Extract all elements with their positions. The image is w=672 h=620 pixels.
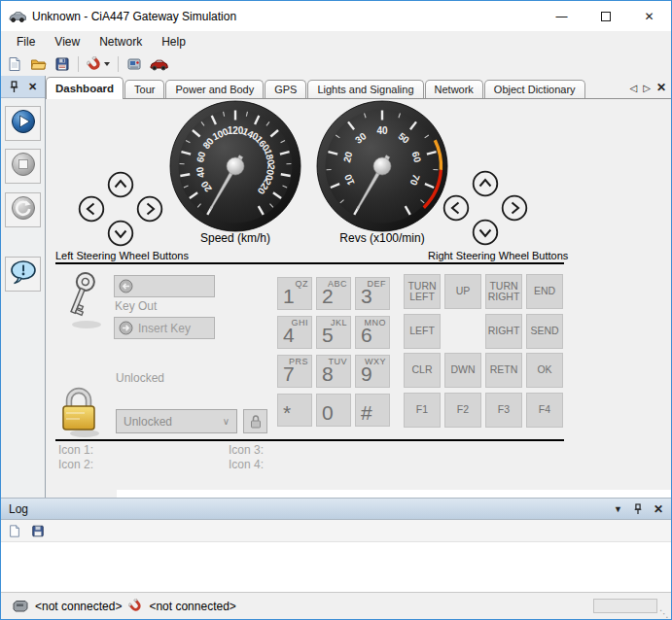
func-key-dwn[interactable]: DWN bbox=[444, 353, 481, 388]
chevron-right-icon bbox=[136, 195, 163, 223]
lock-toggle-button[interactable] bbox=[243, 409, 267, 433]
keypad-key-7-letters: PRS bbox=[289, 357, 308, 366]
tab-network[interactable]: Network bbox=[425, 80, 483, 98]
reset-simulation-button[interactable] bbox=[5, 192, 41, 227]
func-key-right[interactable]: RIGHT bbox=[485, 314, 522, 349]
lock-state-select[interactable]: Unlocked ∨ bbox=[116, 409, 237, 433]
tab-scroll-right-icon[interactable]: ▷ bbox=[643, 83, 651, 93]
tab-gps[interactable]: GPS bbox=[265, 80, 306, 98]
resize-grip[interactable]: ⋱ bbox=[659, 608, 669, 619]
tab-object-dictionary[interactable]: Object Dictionary bbox=[484, 80, 585, 98]
padlock-icon bbox=[57, 383, 104, 439]
left-wheel-up-button[interactable] bbox=[107, 171, 134, 198]
toolbar-separator bbox=[78, 56, 79, 72]
menu-network[interactable]: Network bbox=[89, 32, 152, 52]
keypad-key-8[interactable]: 8TUV bbox=[316, 355, 351, 388]
chevron-left-icon bbox=[78, 195, 105, 223]
new-file-button[interactable] bbox=[4, 54, 25, 74]
play-icon bbox=[11, 109, 36, 138]
left-wheel-down-button[interactable] bbox=[107, 220, 134, 247]
menu-help[interactable]: Help bbox=[152, 32, 195, 52]
keypad-key-9[interactable]: 9WXY bbox=[355, 355, 390, 388]
keypad-key-hash[interactable]: # bbox=[355, 394, 390, 427]
connect-button[interactable] bbox=[84, 54, 113, 74]
key-out-label: Key Out bbox=[115, 299, 157, 313]
car-button[interactable] bbox=[147, 54, 171, 74]
func-key-left[interactable]: LEFT bbox=[404, 314, 441, 349]
reset-icon bbox=[11, 195, 36, 224]
keypad-key-5[interactable]: 5JKL bbox=[316, 316, 351, 349]
maximize-button[interactable] bbox=[584, 1, 627, 31]
keypad-key-4-letters: GHI bbox=[291, 318, 308, 327]
right-wheel-right-button[interactable] bbox=[501, 194, 528, 222]
save-file-button[interactable] bbox=[52, 54, 73, 74]
tab-lights-and-signaling[interactable]: Lights and Signaling bbox=[307, 80, 423, 98]
keypad-key-7[interactable]: 7PRS bbox=[277, 355, 312, 388]
func-key-up[interactable]: UP bbox=[444, 274, 481, 309]
log-save-button[interactable] bbox=[28, 521, 48, 540]
keypad-key-3[interactable]: 3DEF bbox=[355, 277, 390, 310]
func-key-turn-left[interactable]: TURN LEFT bbox=[404, 274, 441, 309]
close-button[interactable]: ✕ bbox=[627, 1, 671, 31]
func-key-f2[interactable]: F2 bbox=[444, 393, 481, 428]
keypad-key-4[interactable]: 4GHI bbox=[277, 316, 312, 349]
key-out-button[interactable] bbox=[114, 275, 215, 297]
stop-simulation-button[interactable] bbox=[5, 149, 41, 184]
tab-bar: DashboardTourPower and BodyGPSLights and… bbox=[46, 76, 671, 99]
keypad-key-0[interactable]: 0 bbox=[316, 394, 351, 427]
keypad-key-star-digit: * bbox=[283, 400, 291, 426]
func-key-f1[interactable]: F1 bbox=[404, 393, 441, 428]
icon4-label: Icon 4: bbox=[229, 458, 264, 471]
tab-close-icon[interactable]: ✕ bbox=[656, 82, 666, 93]
keypad-key-0-digit: 0 bbox=[322, 400, 334, 426]
insert-key-button[interactable]: Insert Key bbox=[114, 317, 215, 339]
tab-dashboard[interactable]: Dashboard bbox=[46, 77, 124, 99]
func-key-ok[interactable]: OK bbox=[526, 353, 563, 388]
func-key-send[interactable]: SEND bbox=[526, 314, 563, 349]
keypad-key-8-letters: TUV bbox=[329, 357, 348, 366]
right-wheel-down-button[interactable] bbox=[472, 219, 499, 246]
icon2-label: Icon 2: bbox=[58, 458, 93, 471]
tab-power-and-body[interactable]: Power and Body bbox=[165, 80, 264, 98]
left-wheel-right-button[interactable] bbox=[136, 195, 163, 223]
func-key-retn[interactable]: RETN bbox=[485, 353, 522, 388]
log-clear-button[interactable] bbox=[5, 521, 24, 540]
svg-text:40: 40 bbox=[376, 125, 388, 136]
menu-file[interactable]: File bbox=[7, 32, 45, 52]
tab-scroll-left-icon[interactable]: ◁ bbox=[630, 83, 638, 93]
keypad-key-star[interactable]: * bbox=[277, 394, 312, 427]
panel-edge bbox=[117, 490, 671, 498]
minimize-button[interactable]: — bbox=[540, 1, 584, 31]
open-file-button[interactable] bbox=[27, 54, 50, 74]
log-pin-icon[interactable] bbox=[633, 503, 643, 515]
keypad-key-2[interactable]: 2ABC bbox=[316, 277, 351, 310]
lock-select-value: Unlocked bbox=[124, 415, 172, 429]
func-key-clr[interactable]: CLR bbox=[404, 353, 441, 388]
start-simulation-button[interactable] bbox=[5, 106, 41, 141]
log-close-icon[interactable]: ✕ bbox=[654, 502, 663, 516]
func-key-turn-right[interactable]: TURN RIGHT bbox=[485, 274, 522, 309]
main-toolbar bbox=[1, 52, 671, 76]
chevron-up-icon bbox=[107, 171, 134, 198]
pin-icon[interactable] bbox=[9, 81, 19, 93]
func-key-f3[interactable]: F3 bbox=[485, 393, 522, 428]
right-wheel-up-button[interactable] bbox=[472, 170, 499, 197]
func-key-end[interactable]: END bbox=[526, 274, 563, 309]
tab-tour[interactable]: Tour bbox=[124, 80, 164, 98]
func-key-f4[interactable]: F4 bbox=[526, 393, 563, 428]
document-icon bbox=[7, 56, 22, 72]
keypad-key-3-letters: DEF bbox=[368, 279, 387, 289]
connect-dropdown-icon[interactable] bbox=[104, 62, 110, 66]
gateway-status: <not connected> bbox=[12, 600, 122, 613]
gateway-button[interactable] bbox=[124, 54, 145, 74]
keypad-key-1[interactable]: 1QZ bbox=[277, 277, 312, 310]
dock-close-icon[interactable]: ✕ bbox=[28, 82, 37, 92]
menu-view[interactable]: View bbox=[45, 32, 89, 52]
title-bar: Unknown - CiA447 Gateway Simulation — ✕ bbox=[1, 1, 671, 31]
log-content[interactable] bbox=[1, 542, 671, 592]
log-menu-icon[interactable]: ▼ bbox=[614, 504, 622, 514]
left-wheel-left-button[interactable] bbox=[78, 195, 105, 223]
message-button[interactable] bbox=[5, 257, 41, 292]
keypad-key-6[interactable]: 6MNO bbox=[355, 316, 390, 349]
right-wheel-left-button[interactable] bbox=[442, 194, 470, 222]
